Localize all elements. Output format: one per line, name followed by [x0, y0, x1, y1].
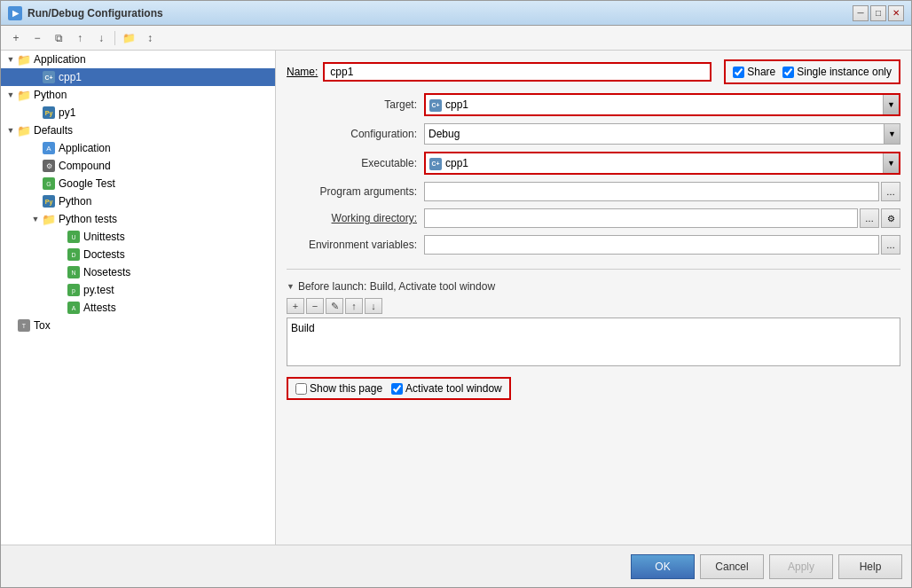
move-up-icon[interactable]: ↑	[70, 29, 90, 47]
section-add-button[interactable]: +	[287, 298, 304, 314]
tree-item-cpp1[interactable]: C+ cpp1	[1, 68, 275, 86]
arrow-defaults	[4, 124, 17, 137]
add-button[interactable]: +	[6, 29, 26, 47]
tree-item-pytest[interactable]: p py.test	[1, 281, 275, 299]
defaults-folder-icon: 📁	[17, 123, 31, 137]
show-page-label: Show this page	[310, 382, 382, 395]
target-value: cpp1	[445, 98, 895, 111]
show-page-checkbox[interactable]	[295, 383, 307, 395]
folder-button[interactable]: 📁	[119, 29, 138, 47]
build-item: Build	[291, 322, 315, 334]
env-vars-row: Environment variables: …	[287, 235, 900, 255]
single-instance-checkbox[interactable]	[782, 67, 794, 78]
cpp-icon: C+	[42, 70, 56, 84]
item-label-tox: Tox	[34, 319, 51, 332]
tree-group-defaults[interactable]: 📁 Defaults	[1, 122, 275, 139]
item-label-unittests: Unittests	[83, 231, 125, 243]
section-down-button[interactable]: ↓	[365, 298, 382, 314]
google-test-icon: G	[42, 176, 56, 191]
tox-icon: T	[17, 318, 31, 333]
compound-icon: ⚙	[42, 159, 56, 173]
single-instance-checkbox-item: Single instance only	[782, 66, 892, 78]
env-vars-input[interactable]	[424, 235, 879, 255]
copy-button[interactable]: ⧉	[49, 29, 68, 47]
tree-item-doctests[interactable]: D Doctests	[1, 246, 275, 263]
arrow-cpp1	[29, 71, 42, 83]
executable-item-icon: C+	[429, 156, 442, 170]
python-group-icon: 📁	[17, 88, 31, 102]
name-input[interactable]	[323, 62, 712, 82]
share-checkbox[interactable]	[733, 67, 744, 78]
program-args-browse-button[interactable]: …	[881, 182, 900, 201]
nosetests-icon: N	[67, 265, 81, 279]
item-label-py1: py1	[59, 106, 75, 119]
program-args-input[interactable]	[424, 182, 879, 201]
config-form: Name: Share Single instance only Target:	[276, 51, 911, 545]
name-label: Name:	[287, 66, 318, 78]
section-remove-button[interactable]: −	[306, 298, 324, 314]
cancel-button[interactable]: Cancel	[700, 554, 764, 579]
item-label-cpp1: cpp1	[59, 71, 82, 83]
help-button[interactable]: Help	[838, 554, 902, 579]
maximize-button[interactable]: □	[870, 5, 886, 21]
move-down-icon[interactable]: ↓	[91, 29, 111, 47]
remove-button[interactable]: −	[28, 29, 47, 47]
tree-item-unittests[interactable]: U Unittests	[1, 228, 275, 246]
checkboxes-container: Share Single instance only	[724, 59, 900, 84]
doctests-icon: D	[67, 247, 81, 262]
tree-item-application-default[interactable]: A Application	[1, 139, 275, 157]
unittests-icon: U	[67, 230, 81, 244]
tree-item-attests[interactable]: A Attests	[1, 299, 275, 317]
target-dropdown-arrow[interactable]: ▼	[883, 95, 899, 114]
executable-label: Executable:	[287, 157, 424, 169]
section-toolbar: + − ✎ ↑ ↓	[287, 298, 900, 314]
minimize-button[interactable]: ─	[853, 5, 869, 21]
executable-dropdown[interactable]: C+ cpp1	[426, 153, 899, 173]
activate-window-checkbox[interactable]	[391, 383, 403, 395]
item-label-application: Application	[59, 142, 111, 154]
item-label-nosetests: Nosetests	[83, 266, 130, 278]
configuration-label: Configuration:	[287, 128, 424, 140]
configuration-dropdown-arrow[interactable]: ▼	[884, 124, 900, 144]
apply-button[interactable]: Apply	[769, 554, 833, 579]
config-tree: 📁 Application C+ cpp1 📁 Python	[1, 51, 276, 545]
configuration-dropdown[interactable]: Debug	[425, 124, 900, 144]
section-up-button[interactable]: ↑	[345, 298, 363, 314]
tree-group-application[interactable]: 📁 Application	[1, 51, 275, 68]
arrow-python	[4, 89, 17, 101]
section-edit-button[interactable]: ✎	[326, 298, 343, 314]
working-dir-label: Working directory:	[287, 212, 424, 224]
tree-item-tox[interactable]: T Tox	[1, 317, 275, 334]
window-icon: ▶	[8, 6, 22, 20]
target-dropdown[interactable]: C+ cpp1	[426, 95, 899, 114]
group-label-python-tests: Python tests	[59, 213, 117, 225]
tree-item-google-test[interactable]: G Google Test	[1, 175, 275, 192]
working-dir-vars-button[interactable]: ⚙	[881, 208, 900, 228]
tree-item-compound[interactable]: ⚙ Compound	[1, 157, 275, 175]
executable-row: Executable: C+ cpp1 ▼	[287, 152, 900, 175]
ok-button[interactable]: OK	[631, 554, 695, 579]
item-label-python-default: Python	[59, 195, 91, 208]
arrow-pytest	[54, 284, 67, 296]
app-default-icon: A	[42, 141, 56, 155]
run-debug-window: ▶ Run/Debug Configurations ─ □ ✕ + − ⧉ ↑…	[0, 0, 912, 588]
before-launch-header[interactable]: ▼ Before launch: Build, Activate tool wi…	[287, 280, 900, 293]
arrow-python-tests	[29, 213, 42, 225]
tree-item-py1[interactable]: Py py1	[1, 104, 275, 122]
section-collapse-arrow: ▼	[287, 282, 295, 291]
tree-group-python[interactable]: 📁 Python	[1, 86, 275, 104]
working-dir-browse-button[interactable]: …	[860, 208, 879, 228]
sort-button[interactable]: ↕	[140, 29, 160, 47]
title-bar-left: ▶ Run/Debug Configurations	[8, 6, 163, 20]
toolbar-separator	[114, 31, 115, 45]
close-button[interactable]: ✕	[888, 5, 904, 21]
arrow-doctests	[54, 248, 67, 261]
tree-group-python-tests[interactable]: 📁 Python tests	[1, 210, 275, 228]
item-label-compound: Compound	[59, 160, 111, 172]
tree-item-nosetests[interactable]: N Nosetests	[1, 263, 275, 281]
tree-item-python-default[interactable]: Py Python	[1, 192, 275, 210]
env-vars-browse-button[interactable]: …	[881, 235, 900, 255]
item-label-pytest: py.test	[83, 284, 114, 296]
working-dir-input[interactable]	[424, 208, 858, 228]
executable-dropdown-arrow[interactable]: ▼	[883, 153, 899, 173]
